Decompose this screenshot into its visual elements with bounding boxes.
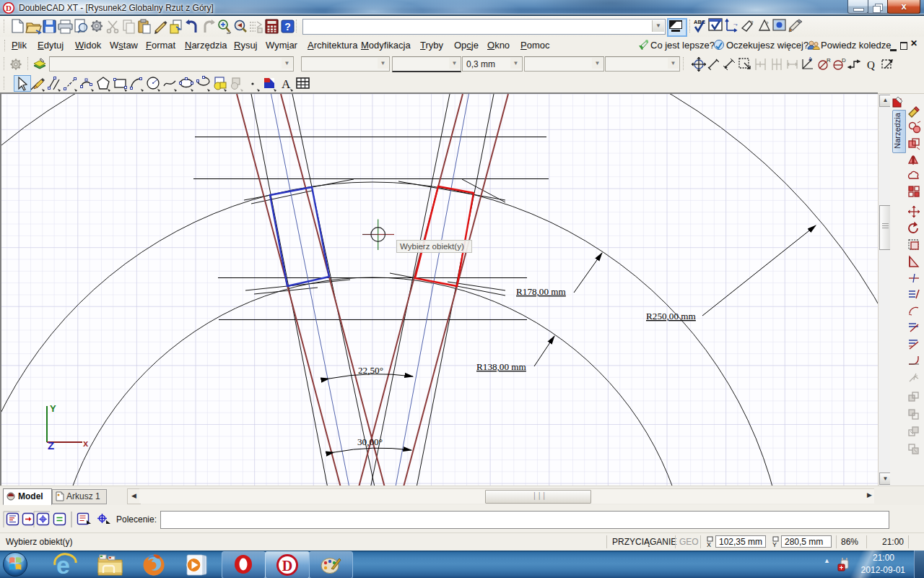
svg-text:?: ? — [284, 21, 291, 33]
svg-text:R250,00 mm: R250,00 mm — [646, 311, 697, 322]
svg-text:A: A — [282, 77, 291, 91]
svg-text:R: R — [827, 57, 831, 64]
svg-text:R138,00 mm: R138,00 mm — [476, 361, 527, 372]
svg-text:22,50°: 22,50° — [358, 365, 383, 376]
svg-text:D: D — [842, 57, 846, 64]
svg-text:X: X — [707, 541, 711, 548]
svg-text:Y: Y — [772, 541, 777, 548]
svg-text:⤳: ⤳ — [733, 22, 738, 27]
svg-text:Z: Z — [48, 439, 54, 452]
svg-text:D: D — [6, 4, 12, 12]
svg-text:Q: Q — [867, 59, 875, 71]
svg-text:Wybierz obiekt(y): Wybierz obiekt(y) — [400, 242, 464, 251]
svg-text:D: D — [282, 558, 292, 574]
svg-text:Y: Y — [50, 403, 56, 414]
svg-text:30,00°: 30,00° — [357, 436, 383, 447]
svg-text:A: A — [808, 56, 812, 61]
svg-text:?: ? — [750, 20, 754, 26]
svg-text:x: x — [83, 438, 89, 449]
svg-text:R178,00 mm: R178,00 mm — [516, 286, 567, 297]
svg-text:?: ? — [765, 20, 769, 27]
